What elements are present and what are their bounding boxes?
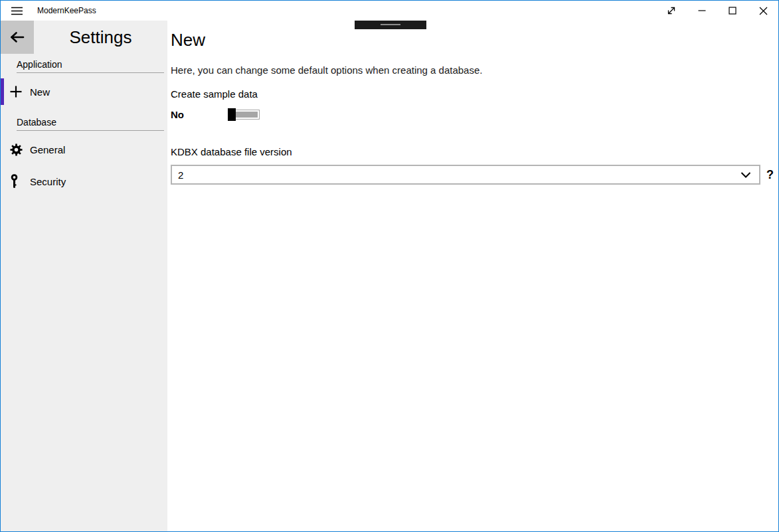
maximize-button[interactable] [717, 1, 748, 21]
fullscreen-button[interactable] [656, 1, 687, 21]
back-button[interactable] [1, 21, 34, 54]
sidebar-item-label: New [30, 86, 50, 98]
window-title: ModernKeePass [37, 6, 96, 15]
titlebar: ModernKeePass [1, 1, 778, 21]
gear-icon [10, 143, 30, 156]
sidebar-item-general[interactable]: General [1, 133, 167, 165]
page-description: Here, you can change some default option… [171, 64, 778, 77]
kdbx-version-combobox[interactable]: 2 [171, 165, 760, 185]
minimize-button[interactable] [687, 1, 717, 21]
plus-icon [10, 86, 30, 98]
kdbx-version-row: 2 ? [171, 165, 778, 185]
grip-icon [381, 24, 400, 25]
drag-handle[interactable] [355, 21, 426, 29]
combobox-value: 2 [178, 169, 183, 181]
section-label-database: Database [17, 117, 164, 131]
sidebar-item-security[interactable]: Security [1, 165, 167, 197]
app-window: ModernKeePass [0, 0, 779, 532]
settings-sidebar: Settings Application New Database [1, 21, 167, 531]
create-sample-label: Create sample data [171, 88, 778, 101]
create-sample-row: No [171, 108, 778, 121]
fullscreen-icon [666, 5, 677, 16]
hamburger-button[interactable] [1, 1, 33, 21]
sidebar-header: Settings [1, 21, 167, 54]
create-sample-toggle[interactable] [228, 108, 260, 121]
maximize-icon [729, 7, 736, 15]
sidebar-item-new[interactable]: New [1, 76, 167, 108]
page-title: New [171, 29, 778, 51]
content-area: Settings Application New Database [1, 21, 778, 531]
section-label-application: Application [17, 59, 164, 73]
close-button[interactable] [748, 1, 778, 21]
sidebar-item-label: General [30, 144, 65, 155]
toggle-state-label: No [171, 109, 228, 120]
main-pane: New Here, you can change some default op… [167, 21, 778, 531]
key-icon [10, 174, 30, 189]
chevron-down-icon [740, 172, 751, 178]
caption-buttons [656, 1, 778, 21]
sidebar-item-label: Security [30, 176, 66, 187]
help-button[interactable]: ? [766, 168, 774, 182]
back-arrow-icon [9, 31, 25, 43]
toggle-knob [228, 108, 236, 121]
settings-page-title: Settings [34, 21, 167, 54]
minimize-icon [698, 7, 706, 15]
kdbx-version-label: KDBX database file version [171, 145, 778, 159]
close-icon [759, 7, 768, 15]
hamburger-icon [11, 7, 23, 15]
